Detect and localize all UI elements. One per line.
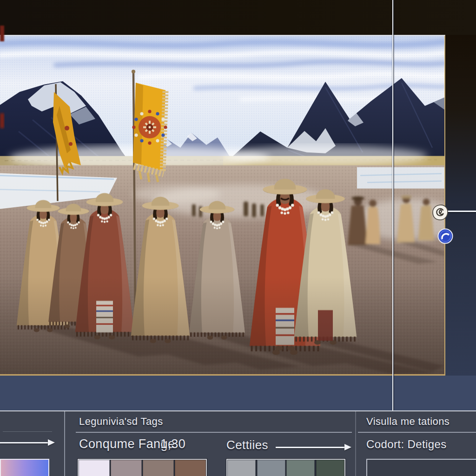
arrow-head-icon (48, 439, 55, 446)
tags-section-title: Legunivia'sd Tags (79, 416, 163, 428)
left-arrow-indicator (0, 442, 48, 443)
visual-label: Codort: Detiges (366, 438, 447, 451)
color-swatch[interactable] (175, 460, 206, 476)
canvas-background-right (445, 35, 476, 377)
properties-panel: Legunivia'sd Tags Conqume Fange 1,30 Cet… (0, 411, 476, 476)
panel-divider (355, 411, 356, 476)
app-window: Legunivia'sd Tags Conqume Fange 1,30 Cet… (0, 0, 476, 476)
paint-smudge (0, 26, 4, 41)
visual-section-title: Visulla me tations (366, 416, 450, 428)
visual-section-rule (358, 432, 476, 433)
range-arrow-indicator (276, 447, 344, 448)
photo-canvas[interactable] (0, 35, 445, 376)
annotation-connector-line (445, 211, 476, 212)
color-swatch[interactable] (316, 460, 344, 476)
color-swatch[interactable] (257, 460, 285, 476)
palette-strip-cool (226, 459, 345, 476)
split-guide-line[interactable] (392, 0, 393, 410)
color-swatch[interactable] (143, 460, 174, 476)
altiplano-photo-art (0, 36, 444, 374)
blue-arc-stamp-icon[interactable] (437, 228, 453, 244)
spiral-stamp-icon[interactable] (432, 204, 449, 221)
param-value[interactable]: 1,30 (160, 437, 185, 451)
color-swatch[interactable] (227, 460, 256, 476)
color-swatch[interactable] (286, 460, 315, 476)
palette-strip-warm (78, 459, 207, 476)
color-swatch[interactable] (111, 460, 142, 476)
left-column-rule (3, 431, 52, 432)
arrow-head-icon (344, 444, 351, 450)
gradient-swatch[interactable] (0, 459, 49, 476)
panel-divider (64, 411, 65, 476)
tags-section-rule (76, 432, 352, 433)
sub-label: Cettiies (226, 438, 268, 452)
value-field[interactable] (366, 459, 476, 476)
canvas-background-top (0, 0, 476, 35)
color-swatch[interactable] (79, 460, 110, 476)
canvas-background-bottom (0, 376, 476, 411)
